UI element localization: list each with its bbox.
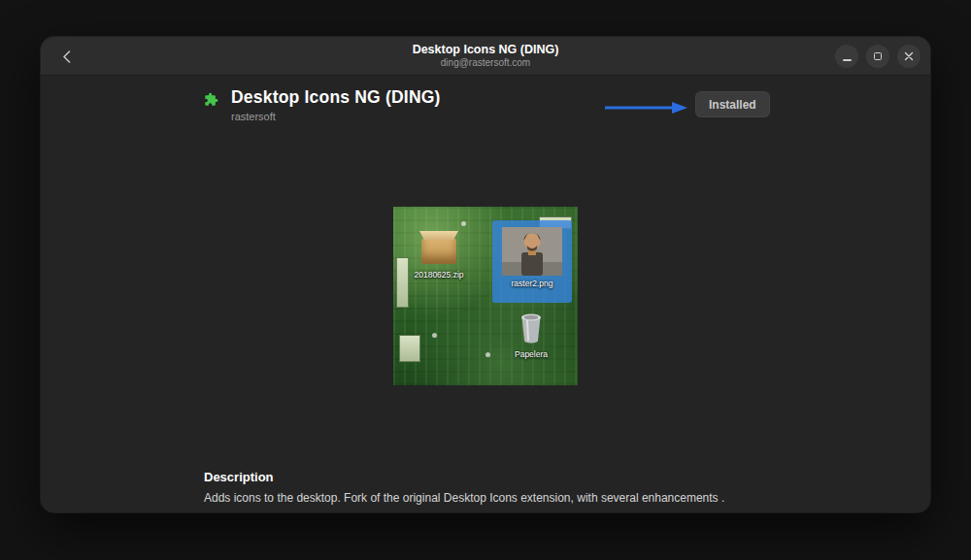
extension-details-window: Desktop Icons NG (DING) ding@rastersoft.… — [41, 37, 930, 512]
maximize-button[interactable] — [866, 45, 889, 68]
extension-name: Desktop Icons NG (DING) — [231, 87, 441, 108]
arrow-right-icon — [604, 101, 687, 115]
pcb-pad — [461, 221, 466, 226]
description-heading: Description — [204, 470, 903, 484]
headerbar: Desktop Icons NG (DING) ding@rastersoft.… — [41, 37, 930, 76]
installed-button[interactable]: Installed — [695, 91, 770, 117]
window-title: Desktop Icons NG (DING) — [413, 43, 559, 56]
pcb-pad — [486, 352, 490, 357]
extension-title-block: Desktop Icons NG (DING) rastersoft — [231, 87, 441, 122]
chevron-left-icon — [62, 50, 71, 63]
pcb-pad — [432, 333, 437, 338]
description-body: Adds icons to the desktop. Fork of the o… — [204, 491, 903, 505]
file-label: Papelera — [515, 350, 548, 359]
close-icon — [904, 51, 914, 61]
desktop-icon-trash: Papelera — [502, 312, 560, 359]
extension-screenshot: 20180625.zip raster2.png Papelera — [393, 207, 578, 385]
close-button[interactable] — [897, 45, 921, 68]
window-controls — [835, 45, 921, 68]
file-label: 20180625.zip — [414, 271, 463, 280]
extension-author: rastersoft — [231, 111, 441, 122]
desktop-icon-image-selected: raster2.png — [492, 220, 572, 303]
trash-icon — [519, 312, 543, 345]
puzzle-piece-icon — [204, 92, 218, 107]
headerbar-title-area: Desktop Icons NG (DING) ding@rastersoft.… — [413, 43, 559, 69]
window-subtitle: ding@rastersoft.com — [413, 57, 559, 69]
minimize-button[interactable] — [835, 45, 858, 68]
back-button[interactable] — [54, 45, 78, 68]
file-label: raster2.png — [512, 280, 553, 288]
archive-icon — [421, 239, 456, 264]
pcb-chip — [396, 257, 409, 308]
pcb-chip — [399, 335, 420, 362]
image-file-icon — [502, 227, 562, 276]
desktop-icon-zip: 20180625.zip — [409, 230, 469, 280]
description-section: Description Adds icons to the desktop. F… — [204, 470, 903, 505]
minimize-icon — [843, 59, 852, 61]
maximize-icon — [874, 52, 882, 60]
extension-header: Desktop Icons NG (DING) rastersoft — [204, 87, 441, 122]
